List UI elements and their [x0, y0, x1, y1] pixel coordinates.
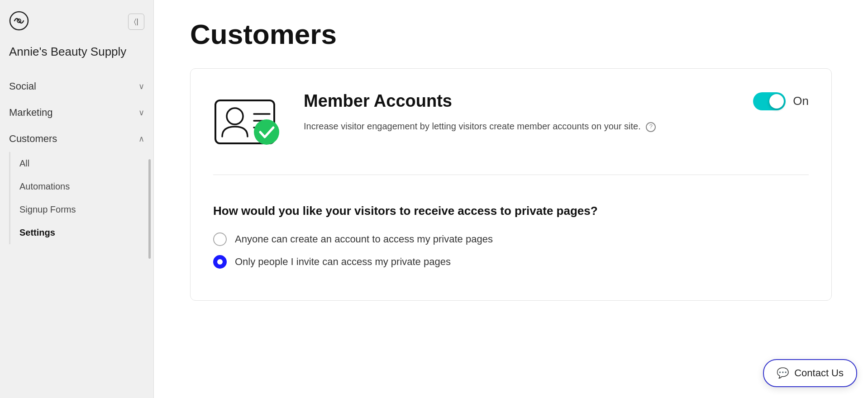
- sidebar-item-automations[interactable]: Automations: [9, 175, 153, 198]
- sidebar: 〈| Annie's Beauty Supply Social ∨ Market…: [0, 0, 154, 398]
- member-accounts-section: Member Accounts On Increase visitor enga…: [213, 91, 809, 175]
- sidebar-item-social[interactable]: Social ∨: [0, 73, 153, 100]
- sidebar-item-customers-label: Customers: [9, 133, 57, 145]
- radio-option-invite-only[interactable]: Only people I invite can access my priva…: [213, 255, 809, 269]
- svg-point-3: [227, 108, 243, 124]
- sidebar-item-all[interactable]: All: [9, 152, 153, 175]
- toggle-group: On: [753, 92, 809, 110]
- member-title-row: Member Accounts On: [304, 91, 809, 111]
- toggle-state-label: On: [793, 94, 809, 108]
- radio-label-invite-only: Only people I invite can access my priva…: [235, 256, 451, 268]
- chat-icon: 💬: [777, 367, 789, 379]
- contact-us-button[interactable]: 💬 Contact Us: [763, 359, 857, 387]
- radio-label-anyone: Anyone can create an account to access m…: [235, 233, 493, 245]
- customers-sub-menu: All Automations Signup Forms Settings: [0, 152, 153, 244]
- member-accounts-title: Member Accounts: [304, 91, 452, 111]
- radio-option-anyone[interactable]: Anyone can create an account to access m…: [213, 232, 809, 246]
- private-pages-section: How would you like your visitors to rece…: [213, 198, 809, 269]
- toggle-thumb: [769, 94, 784, 109]
- sidebar-item-marketing-label: Marketing: [9, 107, 53, 118]
- toggle-track: [753, 92, 786, 110]
- sidebar-item-social-label: Social: [9, 81, 36, 92]
- logo-icon[interactable]: [9, 11, 29, 33]
- chevron-down-icon: ∨: [138, 81, 144, 91]
- page-title: Customers: [190, 18, 832, 50]
- sidebar-item-customers[interactable]: Customers ∧: [0, 126, 153, 152]
- member-accounts-description: Increase visitor engagement by letting v…: [304, 119, 809, 133]
- sidebar-top: 〈|: [0, 0, 153, 40]
- sidebar-nav: Social ∨ Marketing ∨ Customers ∧ All Aut…: [0, 73, 153, 398]
- help-icon[interactable]: ?: [646, 122, 656, 132]
- contact-us-label: Contact Us: [794, 367, 844, 379]
- private-pages-title: How would you like your visitors to rece…: [213, 202, 809, 220]
- sidebar-item-settings[interactable]: Settings: [9, 221, 153, 244]
- collapse-sidebar-button[interactable]: 〈|: [128, 14, 144, 30]
- chevron-down-icon-marketing: ∨: [138, 108, 144, 118]
- svg-point-7: [254, 119, 279, 145]
- sidebar-item-signup-forms[interactable]: Signup Forms: [9, 198, 153, 221]
- radio-circle-anyone: [213, 232, 227, 246]
- collapse-icon: 〈|: [134, 18, 138, 26]
- chevron-up-icon-customers: ∧: [138, 134, 144, 144]
- member-accounts-toggle[interactable]: [753, 92, 786, 110]
- sidebar-scrollbar: [148, 159, 151, 259]
- member-accounts-icon: [213, 91, 286, 152]
- member-info: Member Accounts On Increase visitor enga…: [304, 91, 809, 133]
- radio-circle-invite-only: [213, 255, 227, 269]
- settings-card: Member Accounts On Increase visitor enga…: [190, 68, 832, 301]
- main-content: Customers: [154, 0, 868, 398]
- sidebar-item-marketing[interactable]: Marketing ∨: [0, 100, 153, 126]
- site-name: Annie's Beauty Supply: [0, 40, 153, 73]
